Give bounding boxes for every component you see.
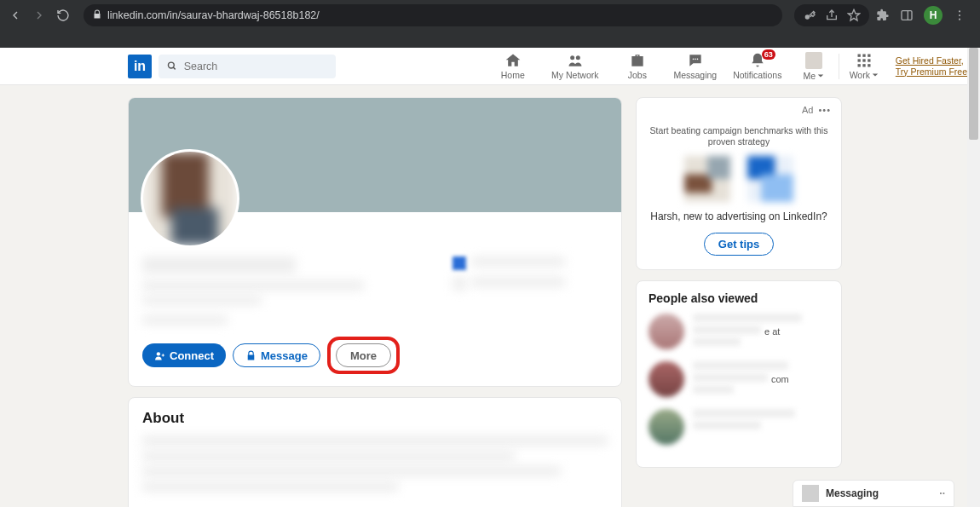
nav-divider bbox=[839, 54, 839, 79]
ad-image bbox=[684, 156, 730, 202]
scrollbar-thumb[interactable] bbox=[969, 48, 978, 140]
svg-rect-28 bbox=[707, 156, 730, 179]
profile-card: Connect Message More bbox=[128, 97, 622, 387]
svg-rect-19 bbox=[857, 64, 860, 66]
svg-rect-21 bbox=[868, 64, 870, 66]
svg-rect-13 bbox=[857, 54, 860, 56]
share-icon[interactable] bbox=[825, 9, 839, 22]
cover-photo bbox=[129, 98, 621, 212]
svg-point-8 bbox=[570, 55, 574, 60]
notifications-badge: 63 bbox=[762, 49, 775, 60]
caret-down-icon bbox=[872, 72, 879, 78]
home-icon bbox=[504, 53, 522, 68]
svg-line-7 bbox=[173, 67, 175, 69]
network-icon bbox=[567, 53, 584, 68]
me-avatar-icon bbox=[805, 52, 822, 69]
ad-question: Harsh, new to advertising on LinkedIn? bbox=[647, 210, 831, 222]
people-also-viewed-card: People also viewed e at com bbox=[636, 280, 842, 468]
messaging-icon bbox=[687, 53, 704, 68]
more-button[interactable]: More bbox=[336, 343, 391, 367]
address-bar[interactable]: linkedin.com/in/saurav-bhardwaj-86518b18… bbox=[84, 4, 782, 26]
extensions-icon[interactable] bbox=[876, 9, 890, 22]
messaging-avatar bbox=[802, 485, 819, 502]
ad-promo-text: Start beating campaign benchmarks with t… bbox=[647, 125, 831, 147]
search-icon bbox=[167, 60, 177, 72]
ad-card: Ad ••• Start beating campaign benchmarks… bbox=[636, 97, 842, 270]
message-button[interactable]: Message bbox=[233, 343, 320, 367]
svg-point-11 bbox=[695, 58, 696, 60]
back-button[interactable] bbox=[7, 7, 24, 24]
pav-item[interactable]: e at bbox=[649, 314, 829, 349]
scrollbar[interactable] bbox=[967, 48, 980, 507]
svg-point-12 bbox=[696, 58, 698, 60]
svg-rect-23 bbox=[162, 152, 209, 217]
lock-icon bbox=[92, 8, 102, 23]
connect-button[interactable]: Connect bbox=[142, 343, 226, 367]
profile-actions: Connect Message More bbox=[142, 337, 608, 374]
profile-avatar[interactable]: H bbox=[924, 6, 943, 25]
browser-toolbar: linkedin.com/in/saurav-bhardwaj-86518b18… bbox=[0, 0, 980, 31]
messaging-label: Messaging bbox=[826, 487, 879, 499]
ad-image bbox=[747, 156, 793, 202]
messaging-dock[interactable]: Messaging ·· bbox=[793, 480, 954, 507]
nav-notifications[interactable]: 63 Notifications bbox=[724, 48, 791, 84]
search-input[interactable] bbox=[184, 60, 327, 72]
browser-menu-icon[interactable] bbox=[953, 9, 966, 22]
svg-rect-1 bbox=[902, 11, 912, 20]
svg-point-3 bbox=[959, 10, 960, 12]
about-card: About bbox=[128, 397, 622, 507]
pav-item[interactable] bbox=[649, 409, 829, 445]
key-icon[interactable] bbox=[803, 9, 816, 22]
linkedin-logo[interactable]: in bbox=[128, 55, 152, 78]
sidepanel-icon[interactable] bbox=[900, 9, 914, 22]
nav-me[interactable]: Me bbox=[791, 48, 837, 84]
nav-work[interactable]: Work bbox=[841, 48, 887, 84]
grid-icon bbox=[856, 53, 873, 68]
pav-heading: People also viewed bbox=[649, 291, 829, 305]
nav-jobs[interactable]: Jobs bbox=[608, 48, 666, 84]
get-tips-button[interactable]: Get tips bbox=[704, 233, 774, 256]
svg-rect-16 bbox=[857, 59, 860, 61]
ad-menu-icon[interactable]: ••• bbox=[818, 105, 831, 115]
svg-point-4 bbox=[959, 14, 960, 16]
svg-point-9 bbox=[576, 55, 580, 60]
svg-rect-18 bbox=[868, 59, 870, 61]
lock-icon bbox=[245, 350, 257, 361]
premium-links[interactable]: Get Hired Faster, Try Premium Free bbox=[887, 48, 967, 84]
nav-home[interactable]: Home bbox=[484, 48, 542, 84]
connect-icon bbox=[154, 350, 165, 361]
svg-rect-20 bbox=[862, 64, 865, 66]
search-box[interactable] bbox=[159, 55, 336, 78]
star-icon[interactable] bbox=[847, 9, 861, 22]
forward-button[interactable] bbox=[31, 7, 48, 24]
svg-rect-15 bbox=[868, 54, 870, 56]
reload-button[interactable] bbox=[55, 7, 72, 24]
svg-point-10 bbox=[692, 58, 694, 60]
nav-network[interactable]: My Network bbox=[542, 48, 608, 84]
svg-rect-31 bbox=[761, 175, 793, 202]
more-button-highlight: More bbox=[327, 337, 400, 374]
svg-point-5 bbox=[959, 19, 960, 20]
svg-point-25 bbox=[157, 352, 160, 355]
browser-actions-pill bbox=[794, 4, 869, 26]
ad-label: Ad bbox=[802, 105, 813, 115]
url-text: linkedin.com/in/saurav-bhardwaj-86518b18… bbox=[107, 9, 320, 21]
svg-point-6 bbox=[168, 62, 174, 68]
svg-rect-14 bbox=[862, 54, 865, 56]
caret-down-icon bbox=[817, 72, 824, 79]
nav-messaging[interactable]: Messaging bbox=[666, 48, 724, 84]
about-heading: About bbox=[142, 410, 608, 427]
jobs-icon bbox=[629, 53, 646, 68]
svg-rect-17 bbox=[862, 59, 865, 61]
pav-item[interactable]: com bbox=[649, 361, 829, 397]
linkedin-header: in Home My Network Jobs Messaging bbox=[0, 48, 967, 85]
messaging-dock-controls[interactable]: ·· bbox=[939, 487, 945, 499]
